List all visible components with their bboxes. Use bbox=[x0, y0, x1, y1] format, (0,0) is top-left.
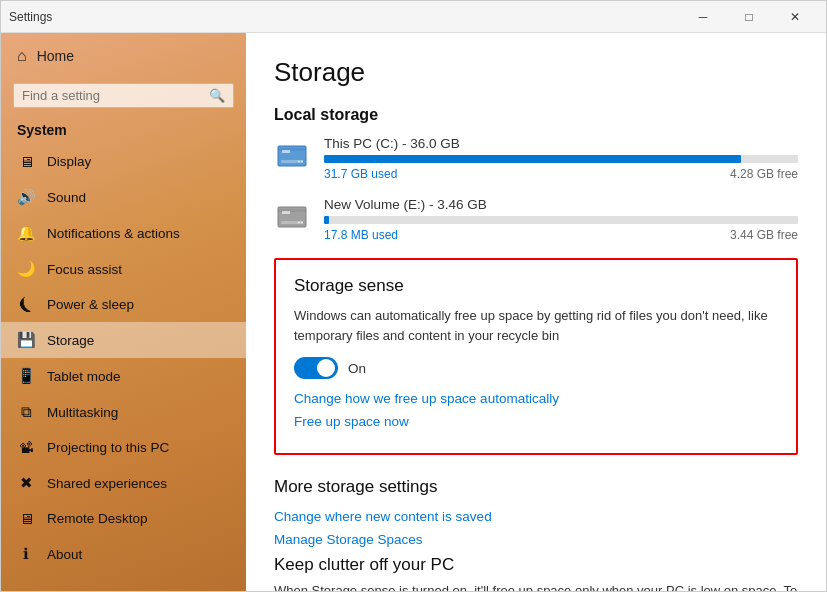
sidebar-item-remote-desktop-label: Remote Desktop bbox=[47, 511, 148, 526]
storage-icon: 💾 bbox=[17, 331, 35, 349]
tablet-mode-icon: 📱 bbox=[17, 367, 35, 385]
sidebar-item-sound-label: Sound bbox=[47, 190, 86, 205]
change-free-space-link[interactable]: Change how we free up space automaticall… bbox=[294, 391, 778, 406]
close-button[interactable]: ✕ bbox=[772, 1, 818, 33]
sidebar-item-power-sleep-label: Power & sleep bbox=[47, 297, 134, 312]
sidebar-item-focus-assist-label: Focus assist bbox=[47, 262, 122, 277]
sidebar-item-focus-assist[interactable]: 🌙 Focus assist bbox=[1, 251, 246, 287]
main-content: Storage Local storage This PC (C:) bbox=[246, 33, 826, 591]
sidebar-item-tablet-mode[interactable]: 📱 Tablet mode bbox=[1, 358, 246, 394]
drive-c-bar bbox=[324, 155, 798, 163]
system-section-label: System bbox=[1, 118, 246, 144]
drive-e-bar bbox=[324, 216, 798, 224]
notifications-icon: 🔔 bbox=[17, 224, 35, 242]
manage-storage-spaces-link[interactable]: Manage Storage Spaces bbox=[274, 532, 798, 547]
window-title: Settings bbox=[9, 10, 52, 24]
svg-rect-2 bbox=[282, 150, 290, 153]
sidebar-item-about[interactable]: ℹ About bbox=[1, 536, 246, 572]
storage-sense-description: Windows can automatically free up space … bbox=[294, 306, 778, 345]
svg-rect-8 bbox=[282, 211, 290, 214]
keep-clutter-description: When Storage sense is turned on, it'll f… bbox=[274, 581, 798, 591]
drive-c-icon bbox=[274, 138, 310, 174]
drive-e-used: 17.8 MB used bbox=[324, 228, 398, 242]
drive-c-details: 31.7 GB used 4.28 GB free bbox=[324, 167, 798, 181]
about-icon: ℹ bbox=[17, 545, 35, 563]
drive-c-name: This PC (C:) - 36.0 GB bbox=[324, 136, 798, 151]
display-icon: 🖥 bbox=[17, 153, 35, 170]
local-storage-title: Local storage bbox=[274, 106, 798, 124]
shared-experiences-icon: ✖ bbox=[17, 474, 35, 492]
svg-point-4 bbox=[298, 161, 300, 163]
toggle-knob bbox=[317, 359, 335, 377]
sidebar-item-power-sleep[interactable]: ⏾ Power & sleep bbox=[1, 287, 246, 322]
drive-e-name: New Volume (E:) - 3.46 GB bbox=[324, 197, 798, 212]
toggle-row: On bbox=[294, 357, 778, 379]
remote-desktop-icon: 🖥 bbox=[17, 510, 35, 527]
sidebar-item-storage-label: Storage bbox=[47, 333, 94, 348]
focus-assist-icon: 🌙 bbox=[17, 260, 35, 278]
search-icon: 🔍 bbox=[209, 88, 225, 103]
drive-c-info: This PC (C:) - 36.0 GB 31.7 GB used 4.28… bbox=[324, 136, 798, 181]
sidebar-item-shared-experiences[interactable]: ✖ Shared experiences bbox=[1, 465, 246, 501]
sidebar-item-tablet-mode-label: Tablet mode bbox=[47, 369, 121, 384]
sidebar-item-multitasking[interactable]: ⧉ Multitasking bbox=[1, 394, 246, 430]
sidebar-item-projecting-label: Projecting to this PC bbox=[47, 440, 169, 455]
toggle-label: On bbox=[348, 361, 366, 376]
drive-e-icon bbox=[274, 199, 310, 235]
drive-c-item: This PC (C:) - 36.0 GB 31.7 GB used 4.28… bbox=[274, 136, 798, 181]
sidebar-item-shared-experiences-label: Shared experiences bbox=[47, 476, 167, 491]
power-sleep-icon: ⏾ bbox=[17, 296, 35, 313]
storage-sense-title: Storage sense bbox=[294, 276, 778, 296]
titlebar: Settings ─ □ ✕ bbox=[1, 1, 826, 33]
search-input[interactable] bbox=[22, 88, 209, 103]
page-title: Storage bbox=[274, 57, 798, 88]
change-new-content-link[interactable]: Change where new content is saved bbox=[274, 509, 798, 524]
settings-window: Settings ─ □ ✕ ⌂ Home 🔍 System 🖥 Di bbox=[0, 0, 827, 592]
storage-sense-box: Storage sense Windows can automatically … bbox=[274, 258, 798, 455]
sound-icon: 🔊 bbox=[17, 188, 35, 206]
sidebar: ⌂ Home 🔍 System 🖥 Display 🔊 Sound 🔔 Noti bbox=[1, 33, 246, 591]
sidebar-item-about-label: About bbox=[47, 547, 82, 562]
window-content: ⌂ Home 🔍 System 🖥 Display 🔊 Sound 🔔 Noti bbox=[1, 33, 826, 591]
svg-point-5 bbox=[301, 161, 303, 163]
home-icon: ⌂ bbox=[17, 47, 27, 65]
sidebar-item-notifications[interactable]: 🔔 Notifications & actions bbox=[1, 215, 246, 251]
sidebar-item-multitasking-label: Multitasking bbox=[47, 405, 118, 420]
sidebar-item-storage[interactable]: 💾 Storage bbox=[1, 322, 246, 358]
projecting-icon: 📽 bbox=[17, 439, 35, 456]
svg-point-11 bbox=[301, 222, 303, 224]
window-controls: ─ □ ✕ bbox=[680, 1, 818, 33]
drive-e-bar-fill bbox=[324, 216, 329, 224]
maximize-button[interactable]: □ bbox=[726, 1, 772, 33]
sidebar-item-remote-desktop[interactable]: 🖥 Remote Desktop bbox=[1, 501, 246, 536]
sidebar-item-projecting[interactable]: 📽 Projecting to this PC bbox=[1, 430, 246, 465]
sidebar-item-notifications-label: Notifications & actions bbox=[47, 226, 180, 241]
free-up-space-link[interactable]: Free up space now bbox=[294, 414, 778, 429]
drive-e-item: New Volume (E:) - 3.46 GB 17.8 MB used 3… bbox=[274, 197, 798, 242]
minimize-button[interactable]: ─ bbox=[680, 1, 726, 33]
multitasking-icon: ⧉ bbox=[17, 403, 35, 421]
sidebar-item-display-label: Display bbox=[47, 154, 91, 169]
drive-e-free: 3.44 GB free bbox=[730, 228, 798, 242]
storage-sense-toggle[interactable] bbox=[294, 357, 338, 379]
more-settings-title: More storage settings bbox=[274, 477, 798, 497]
sidebar-item-sound[interactable]: 🔊 Sound bbox=[1, 179, 246, 215]
drive-c-bar-fill bbox=[324, 155, 741, 163]
search-box[interactable]: 🔍 bbox=[13, 83, 234, 108]
sidebar-item-home[interactable]: ⌂ Home bbox=[1, 33, 246, 79]
drive-c-used: 31.7 GB used bbox=[324, 167, 397, 181]
sidebar-item-display[interactable]: 🖥 Display bbox=[1, 144, 246, 179]
keep-clutter-title: Keep clutter off your PC bbox=[274, 555, 798, 575]
drive-e-info: New Volume (E:) - 3.46 GB 17.8 MB used 3… bbox=[324, 197, 798, 242]
svg-point-10 bbox=[298, 222, 300, 224]
drive-c-free: 4.28 GB free bbox=[730, 167, 798, 181]
drive-e-details: 17.8 MB used 3.44 GB free bbox=[324, 228, 798, 242]
home-label: Home bbox=[37, 48, 74, 64]
